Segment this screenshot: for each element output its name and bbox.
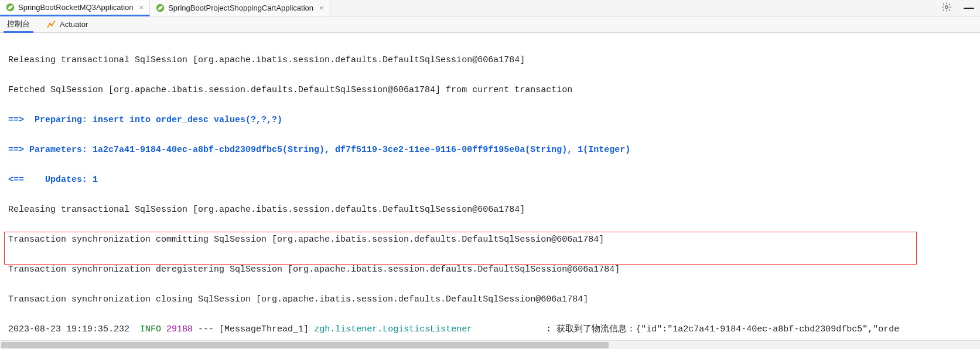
scrollbar-thumb[interactable]	[1, 342, 609, 348]
log-line: <== Updates: 1	[8, 172, 972, 188]
tab-springboot-shoppingcart[interactable]: SpringBootProjectShoppingCartApplication…	[150, 0, 330, 16]
close-icon[interactable]: ×	[139, 3, 144, 12]
horizontal-scrollbar[interactable]	[0, 340, 980, 349]
tab-label: SpringBootRocketMQ3Application	[18, 3, 134, 12]
console-tab-label: 控制台	[7, 19, 30, 29]
log-line: ==> Preparing: insert into order_desc va…	[8, 113, 972, 128]
close-icon[interactable]: ×	[319, 4, 324, 12]
log-line: ==> Parameters: 1a2c7a41-9184-40ec-a8bf-…	[8, 143, 972, 158]
tab-label: SpringBootProjectShoppingCartApplication	[168, 4, 313, 12]
log-line: Transaction synchronization deregisterin…	[8, 262, 972, 277]
console-output[interactable]: Releasing transactional SqlSession [org.…	[0, 33, 980, 349]
tab-actuator[interactable]: Actuator	[43, 16, 91, 32]
svg-point-4	[51, 25, 53, 26]
spring-leaf-icon	[156, 4, 165, 12]
actuator-icon	[46, 19, 56, 29]
svg-point-2	[945, 6, 948, 9]
gear-icon[interactable]	[935, 2, 958, 14]
spring-leaf-icon	[6, 3, 15, 12]
tab-springboot-rocketmq3[interactable]: SpringBootRocketMQ3Application ×	[0, 1, 150, 16]
log-line: Releasing transactional SqlSession [org.…	[8, 202, 972, 218]
log-line: Releasing transactional SqlSession [org.…	[8, 53, 972, 68]
editor-tabs-bar: SpringBootRocketMQ3Application × SpringB…	[0, 0, 980, 16]
panel-tabs-bar: 控制台 Actuator	[0, 16, 980, 33]
log-line: Transaction synchronization committing S…	[8, 232, 972, 248]
svg-point-3	[49, 23, 51, 25]
minimize-icon[interactable]: —	[958, 2, 980, 14]
tab-console[interactable]: 控制台	[4, 17, 33, 33]
log-line: Transaction synchronization closing SqlS…	[8, 292, 972, 307]
actuator-tab-label: Actuator	[60, 20, 88, 29]
log-line: 2023-08-23 19:19:35.232 INFO 29188 --- […	[8, 322, 972, 337]
log-line: Fetched SqlSession [org.apache.ibatis.se…	[8, 83, 972, 98]
